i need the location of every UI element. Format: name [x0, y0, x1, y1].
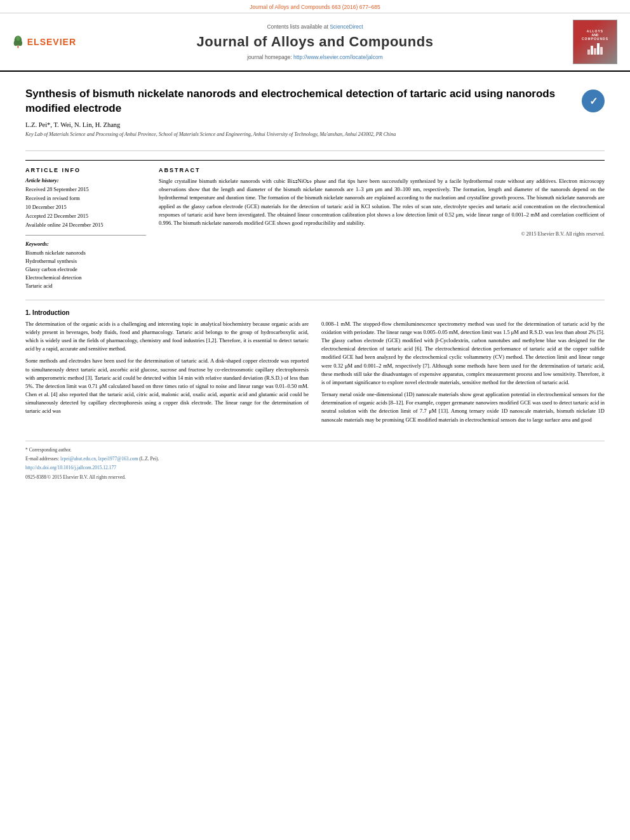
- keyword-2: Hydrothermal synthesis: [25, 258, 146, 265]
- elsevier-branding: ELSEVIER: [13, 29, 76, 55]
- article-info-abstract-section: ARTICLE INFO Article history: Received 2…: [25, 160, 605, 291]
- article-title-section: Synthesis of bismuth nickelate nanorods …: [25, 78, 605, 151]
- email-note: E-mail addresses: lzpei@ahut.edu.cn, lzp…: [25, 455, 605, 462]
- copyright: © 2015 Elsevier B.V. All rights reserved…: [159, 231, 605, 237]
- body-col-left: The determination of the organic acids i…: [25, 320, 309, 428]
- abstract-col: ABSTRACT Single crystalline bismuth nick…: [159, 167, 605, 291]
- doi-line: http://dx.doi.org/10.1016/j.jallcom.2015…: [25, 464, 605, 471]
- main-content: Synthesis of bismuth nickelate nanorods …: [0, 72, 630, 495]
- abstract-text: Single crystalline bismuth nickelate nan…: [159, 177, 605, 227]
- abstract-label: ABSTRACT: [159, 167, 605, 173]
- intro-para-4: Ternary metal oxide one-dimensional (1D)…: [321, 390, 605, 424]
- intro-para-2: Some methods and electrodes have been us…: [25, 357, 309, 415]
- keyword-5: Tartaric acid: [25, 283, 146, 290]
- svg-rect-0: [18, 45, 19, 48]
- journal-homepage-line: journal homepage: http://www.elsevier.co…: [76, 54, 554, 60]
- issn-line: 0925-8388/© 2015 Elsevier B.V. All right…: [25, 474, 605, 481]
- authors: L.Z. Pei*, T. Wei, N. Lin, H. Zhang: [25, 121, 569, 128]
- keyword-3: Glassy carbon electrode: [25, 266, 146, 274]
- homepage-link[interactable]: http://www.elsevier.com/locate/jalcom: [293, 54, 383, 60]
- article-title: Synthesis of bismuth nickelate nanorods …: [25, 87, 556, 116]
- corresponding-note: * Corresponding author.: [25, 446, 605, 453]
- crossmark-badge: ✓: [582, 90, 605, 112]
- svg-point-3: [18, 41, 22, 46]
- doi-link[interactable]: http://dx.doi.org/10.1016/j.jallcom.2015…: [25, 465, 116, 470]
- keywords-block: Keywords: Bismuth nickelate nanorods Hyd…: [25, 241, 146, 290]
- article-info-label: ARTICLE INFO: [25, 167, 146, 173]
- body-col-right: 0.008–1 mM. The stopped-flow chemilumine…: [321, 320, 605, 428]
- body-content: The determination of the organic acids i…: [25, 320, 605, 428]
- affiliation: Key Lab of Materials Science and Process…: [25, 131, 569, 138]
- journal-main-title: Journal of Alloys and Compounds: [76, 34, 554, 50]
- article-info-col: ARTICLE INFO Article history: Received 2…: [25, 167, 146, 291]
- journal-header: ELSEVIER Contents lists available at Sci…: [0, 13, 630, 72]
- elsevier-logo-area: ELSEVIER: [13, 29, 76, 55]
- left-col-divider: [25, 235, 146, 236]
- svg-point-4: [16, 36, 20, 41]
- svg-point-2: [14, 41, 18, 46]
- keyword-1: Bismuth nickelate nanorods: [25, 250, 146, 257]
- sciencedirect-link[interactable]: ScienceDirect: [330, 23, 363, 30]
- journal-logo-right: ALLOYS AND COMPOUNDS: [554, 20, 617, 64]
- accepted-date: Accepted 22 December 2015: [25, 213, 146, 220]
- journal-logo-box: ALLOYS AND COMPOUNDS: [573, 20, 617, 64]
- intro-para-1: The determination of the organic acids i…: [25, 320, 309, 354]
- received-date: Received 28 September 2015: [25, 186, 146, 194]
- history-label: Article history:: [25, 177, 59, 183]
- contents-available-line: Contents lists available at ScienceDirec…: [76, 23, 554, 30]
- elsevier-name: ELSEVIER: [27, 37, 76, 47]
- received-revised-date: 10 December 2015: [25, 204, 146, 211]
- keyword-4: Electrochemical detection: [25, 274, 146, 282]
- online-date: Available online 24 December 2015: [25, 222, 146, 229]
- body-divider: [25, 300, 605, 300]
- email-link[interactable]: lzpei@ahut.edu.cn, lzpei1977@163.com: [60, 456, 138, 462]
- received-revised-label: Received in revised form: [25, 195, 146, 203]
- intro-heading: 1. Introduction: [25, 309, 605, 316]
- elsevier-tree-icon: [13, 29, 23, 55]
- journal-title-area: Contents lists available at ScienceDirec…: [76, 23, 554, 60]
- journal-citation: Journal of Alloys and Compounds 663 (201…: [250, 4, 380, 10]
- article-history: Article history: Received 28 September 2…: [25, 177, 146, 229]
- intro-para-3: 0.008–1 mM. The stopped-flow chemilumine…: [321, 320, 605, 387]
- footer: * Corresponding author. E-mail addresses…: [25, 441, 605, 481]
- top-journal-bar: Journal of Alloys and Compounds 663 (201…: [0, 0, 630, 13]
- keywords-label: Keywords:: [25, 241, 49, 247]
